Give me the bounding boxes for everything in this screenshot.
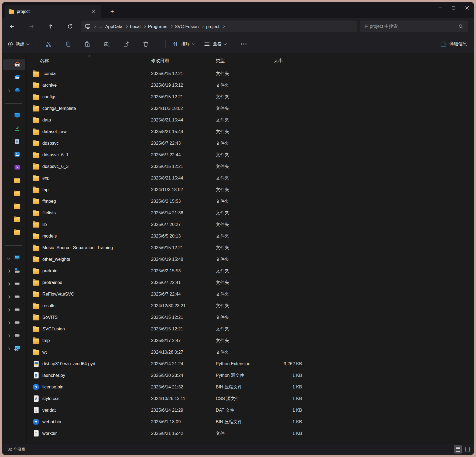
- file-row[interactable]: wt 2024/10/28 0:27 文件夹: [27, 346, 474, 358]
- file-row[interactable]: data 2025/8/21 15:44 文件夹: [27, 114, 474, 126]
- file-row[interactable]: archive 2025/8/19 15:12 文件夹: [27, 79, 474, 91]
- file-row[interactable]: ver.dat 2025/6/14 21:29 DAT 文件 1 KB: [27, 404, 474, 416]
- file-row[interactable]: webui.bin 2025/6/1 18:09 BIN 压缩文件 1 KB: [27, 416, 474, 428]
- column-divider[interactable]: [213, 57, 213, 64]
- chevron-right-icon[interactable]: [7, 309, 10, 312]
- file-row[interactable]: style.css 2024/10/26 13:11 CSS 源文件 1 KB: [27, 393, 474, 404]
- sidebar-item-this-pc[interactable]: [2, 252, 26, 265]
- file-row[interactable]: Music_Source_Separation_Training 2025/6/…: [27, 242, 474, 253]
- file-row[interactable]: configs 2025/6/15 12:21 文件夹: [27, 91, 474, 103]
- sidebar-item-pictures[interactable]: [2, 148, 26, 161]
- sidebar-item-windows-drive[interactable]: [2, 265, 26, 277]
- tab-close-icon[interactable]: [90, 8, 97, 15]
- sidebar-item-documents[interactable]: [2, 136, 26, 148]
- file-row[interactable]: dist.cp310-win_amd64.pyd 2025/6/14 21:24…: [27, 358, 474, 370]
- breadcrumb-overflow[interactable]: …: [98, 24, 103, 29]
- file-row[interactable]: SVCFusion 2025/6/15 12:21 文件夹: [27, 323, 474, 335]
- file-row[interactable]: fap 2024/11/3 18:02 文件夹: [27, 184, 474, 195]
- chevron-down-icon[interactable]: [7, 256, 10, 259]
- file-row[interactable]: tmp 2025/8/17 2:47 文件夹: [27, 335, 474, 346]
- breadcrumb-item-local[interactable]: Local: [130, 24, 141, 29]
- file-row[interactable]: ReFlowVaeSVC 2025/6/7 22:44 文件夹: [27, 288, 474, 300]
- search-icon[interactable]: [458, 24, 464, 29]
- column-divider[interactable]: [269, 57, 269, 64]
- sidebar-item-pinned-folder-1[interactable]: [2, 174, 26, 187]
- file-row[interactable]: launcher.py 2025/5/30 23:24 Python 源文件 1…: [27, 370, 474, 381]
- details-view-button[interactable]: [454, 445, 462, 453]
- thumbnail-view-button[interactable]: [464, 445, 471, 453]
- details-pane-button[interactable]: 详细信息: [440, 35, 467, 53]
- up-button[interactable]: [47, 23, 54, 30]
- breadcrumb-item-appdata[interactable]: AppData: [105, 24, 122, 29]
- column-header-type[interactable]: 类型: [216, 58, 225, 64]
- chevron-right-icon[interactable]: [7, 321, 10, 324]
- file-row[interactable]: filelists 2025/6/14 21:36 文件夹: [27, 207, 474, 219]
- column-header-name[interactable]: 名称: [40, 58, 49, 64]
- file-row[interactable]: license.bin 2025/6/14 21:32 BIN 压缩文件 1 K…: [27, 381, 474, 393]
- paste-button[interactable]: [81, 38, 94, 50]
- search-input[interactable]: 在 project 中搜索: [360, 21, 468, 32]
- file-row[interactable]: lib 2025/6/7 20:27 文件夹: [27, 219, 474, 230]
- chevron-right-icon[interactable]: [7, 334, 10, 337]
- column-divider[interactable]: [146, 57, 146, 64]
- sidebar-item-pinned-folder-3[interactable]: [2, 200, 26, 213]
- sidebar-item-pinned-folder-2[interactable]: [2, 187, 26, 200]
- chevron-right-icon[interactable]: [7, 296, 10, 299]
- file-row[interactable]: pretrain 2025/6/2 15:53 文件夹: [27, 265, 474, 277]
- file-row[interactable]: results 2024/12/30 23:21 文件夹: [27, 300, 474, 312]
- column-header-size[interactable]: 大小: [274, 58, 283, 64]
- sidebar-item-network[interactable]: [2, 342, 26, 355]
- close-button[interactable]: [460, 2, 474, 13]
- sidebar-item-videos[interactable]: [2, 161, 26, 174]
- sidebar-item-pinned-folder-5[interactable]: [2, 226, 26, 239]
- delete-button[interactable]: [139, 38, 152, 50]
- this-pc-icon[interactable]: [85, 24, 91, 29]
- sidebar-item-drive-1[interactable]: [2, 277, 26, 290]
- view-button[interactable]: 查看: [204, 41, 226, 48]
- new-button[interactable]: 新建: [8, 41, 29, 47]
- column-header-date[interactable]: 修改日期: [151, 58, 169, 64]
- more-options-button[interactable]: [241, 43, 246, 45]
- file-row[interactable]: models 2025/6/5 20:13 文件夹: [27, 230, 474, 242]
- file-row[interactable]: workdir 2025/8/21 15:42 文件 1 KB: [27, 428, 474, 439]
- sidebar-item-drive-4[interactable]: [2, 316, 26, 329]
- chevron-right-icon[interactable]: [7, 347, 10, 350]
- chevron-right-icon[interactable]: [7, 270, 10, 273]
- rename-button[interactable]: [101, 38, 114, 50]
- sidebar-item-desktop[interactable]: [2, 110, 26, 123]
- copy-button[interactable]: [62, 38, 75, 50]
- file-row[interactable]: exp 2025/8/21 15:44 文件夹: [27, 172, 474, 184]
- sidebar-item-downloads[interactable]: [2, 123, 26, 136]
- cut-button[interactable]: [42, 38, 55, 50]
- chevron-right-icon[interactable]: [7, 283, 10, 286]
- minimize-button[interactable]: [433, 2, 447, 13]
- sidebar-item-onedrive[interactable]: [2, 84, 26, 97]
- back-button[interactable]: [8, 23, 16, 30]
- sidebar-item-pinned-folder-4[interactable]: [2, 213, 26, 226]
- sort-button[interactable]: 排序: [172, 41, 195, 48]
- file-row[interactable]: ddspsvc_6_3 2025/6/15 12:21 文件夹: [27, 161, 474, 172]
- file-row[interactable]: other_weights 2024/8/19 15:48 文件夹: [27, 253, 474, 265]
- file-row[interactable]: ffmpeg 2025/6/2 15:53 文件夹: [27, 195, 474, 207]
- file-row[interactable]: ddspsvc 2025/6/7 22:43 文件夹: [27, 137, 474, 149]
- file-row[interactable]: dataset_raw 2025/8/21 15:44 文件夹: [27, 126, 474, 137]
- file-row[interactable]: ddspsvc_6_1 2025/6/7 22:44 文件夹: [27, 149, 474, 161]
- refresh-button[interactable]: [66, 23, 74, 30]
- sidebar-item-home[interactable]: [2, 58, 26, 71]
- share-button[interactable]: [120, 38, 133, 50]
- breadcrumb-item-project[interactable]: project: [206, 24, 220, 29]
- sidebar-item-drive-5[interactable]: [2, 329, 26, 342]
- sidebar-item-gallery[interactable]: [2, 71, 26, 84]
- file-row[interactable]: SoVITS 2025/6/15 12:21 文件夹: [27, 312, 474, 323]
- maximize-button[interactable]: [447, 2, 460, 13]
- file-row[interactable]: .conda 2025/6/15 12:21 文件夹: [27, 68, 474, 79]
- new-tab-button[interactable]: +: [107, 6, 117, 16]
- chevron-right-icon[interactable]: [7, 89, 10, 92]
- file-row[interactable]: configs_template 2024/11/3 18:02 文件夹: [27, 103, 474, 114]
- sidebar-item-drive-2[interactable]: [2, 290, 26, 303]
- tab-project[interactable]: project: [5, 5, 101, 18]
- sidebar-item-drive-3[interactable]: [2, 303, 26, 316]
- breadcrumb-item-programs[interactable]: Programs: [148, 24, 167, 29]
- forward-button[interactable]: [28, 23, 35, 30]
- column-divider[interactable]: [305, 57, 305, 64]
